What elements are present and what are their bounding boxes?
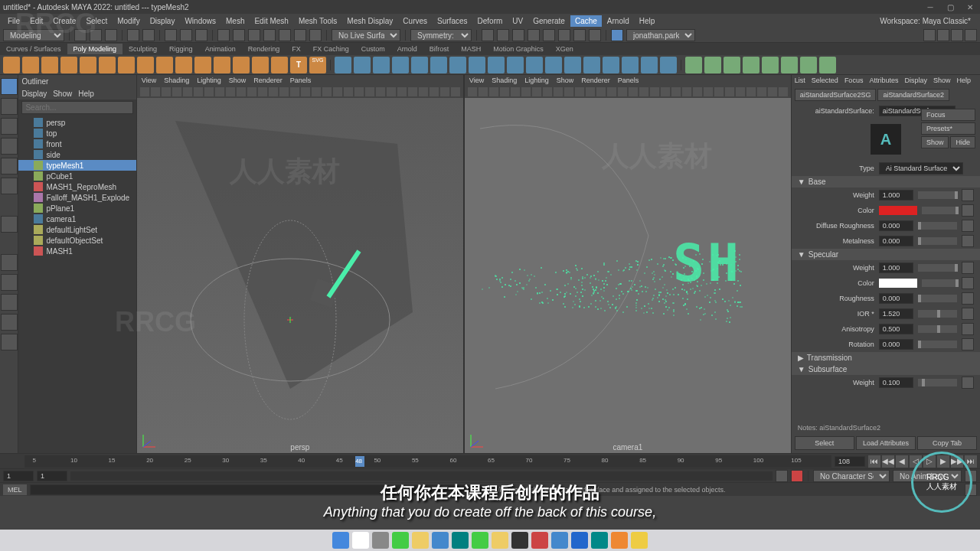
rotation[interactable]: [879, 339, 913, 350]
vp-toolbar-icon[interactable]: [714, 87, 724, 96]
aniso-slider[interactable]: [918, 325, 957, 333]
shelf-tab-arnold[interactable]: Arnold: [391, 44, 423, 54]
vp-toolbar-icon[interactable]: [489, 87, 498, 96]
close-button[interactable]: ✕: [960, 0, 980, 14]
vp-toolbar-icon[interactable]: [387, 87, 396, 96]
sculpt8-icon[interactable]: [819, 57, 836, 73]
map-icon10[interactable]: [962, 338, 974, 350]
outliner-item-persp[interactable]: persp: [18, 117, 136, 128]
attr-display[interactable]: Display: [904, 77, 927, 84]
vp-toolbar-icon[interactable]: [757, 87, 766, 96]
spec-weight[interactable]: [879, 262, 913, 273]
map-icon5[interactable]: [962, 262, 974, 274]
poly-cylinder-icon[interactable]: [41, 57, 58, 73]
timeline[interactable]: 48 5101520253035404550556065707580859095…: [0, 453, 980, 468]
vp-toolbar-icon[interactable]: [269, 87, 278, 96]
char-set-selector[interactable]: No Character Set: [813, 470, 890, 482]
poly-cone-icon[interactable]: [60, 57, 77, 73]
outliner-item-defaultObjectSet[interactable]: defaultObjectSet: [18, 235, 136, 246]
vp-toolbar-icon[interactable]: [451, 87, 460, 96]
poly-disc-icon[interactable]: [118, 57, 135, 73]
vp-toolbar-icon[interactable]: [322, 87, 332, 96]
workspace-selector[interactable]: Workspace: Maya Classic*: [880, 17, 977, 25]
vp-toolbar-icon[interactable]: [333, 87, 342, 96]
windows-taskbar[interactable]: [0, 530, 980, 551]
save-scene-icon[interactable]: [105, 29, 117, 41]
chrome-icon[interactable]: [631, 532, 648, 549]
poly-platonic-icon[interactable]: [137, 57, 154, 73]
vp-toolbar-icon[interactable]: [479, 87, 488, 96]
open-scene-icon[interactable]: [90, 29, 102, 41]
attr-tab-sg[interactable]: aiStandardSurface2SG: [795, 89, 877, 101]
merge-icon[interactable]: [507, 57, 524, 73]
poly-pyramid-icon[interactable]: [156, 57, 173, 73]
key-icon[interactable]: [791, 470, 803, 482]
multi-cut-icon[interactable]: [622, 57, 639, 73]
spec-roughness[interactable]: [879, 293, 913, 304]
vp-toolbar-icon[interactable]: [639, 87, 648, 96]
subsurface-section[interactable]: ▼ Subsurface: [792, 364, 980, 375]
vp-toolbar-icon[interactable]: [301, 87, 310, 96]
extrude-icon[interactable]: [488, 57, 505, 73]
menu-uv[interactable]: UV: [508, 15, 528, 27]
vp2-view[interactable]: View: [469, 77, 484, 84]
vp-shading[interactable]: Shading: [164, 77, 189, 84]
vp-toolbar-icon[interactable]: [682, 87, 691, 96]
attr-focus[interactable]: Focus: [844, 77, 864, 84]
menu-display[interactable]: Display: [145, 15, 180, 27]
scale-tool[interactable]: [1, 178, 18, 194]
combine-icon[interactable]: [335, 57, 351, 73]
shelf-tab-xgen[interactable]: XGen: [550, 44, 580, 54]
ior-slider[interactable]: [918, 310, 957, 318]
outliner-item-side[interactable]: side: [18, 149, 136, 160]
attr-selected[interactable]: Selected: [812, 77, 838, 84]
anisotropy[interactable]: [879, 324, 913, 334]
dr-slider[interactable]: [918, 222, 957, 230]
vp-toolbar-icon[interactable]: [532, 87, 541, 96]
layout-outliner[interactable]: [1, 334, 18, 350]
vp-toolbar-icon[interactable]: [629, 87, 638, 96]
menu-cache[interactable]: Cache: [570, 15, 602, 27]
vp-toolbar-icon[interactable]: [440, 87, 449, 96]
undo-icon[interactable]: [127, 29, 139, 41]
vp-toolbar-icon[interactable]: [258, 87, 267, 96]
rot-slider[interactable]: [918, 341, 957, 348]
sculpt5-icon[interactable]: [762, 57, 779, 73]
vp-toolbar-icon[interactable]: [554, 87, 563, 96]
vp2-panels[interactable]: Panels: [618, 77, 639, 84]
widgets-icon[interactable]: [392, 532, 409, 549]
redo-icon[interactable]: [142, 29, 155, 41]
diffuse-roughness[interactable]: [879, 220, 913, 231]
vp-toolbar-icon[interactable]: [650, 87, 659, 96]
bridge-icon[interactable]: [430, 57, 447, 73]
wechat-icon[interactable]: [472, 532, 488, 549]
menu-generate[interactable]: Generate: [528, 15, 570, 27]
timeline-playhead[interactable]: 48: [355, 456, 364, 467]
vp-toolbar-icon[interactable]: [290, 87, 299, 96]
append-icon[interactable]: [449, 57, 466, 73]
layout-single[interactable]: [1, 254, 18, 271]
vp-toolbar-icon[interactable]: [693, 87, 702, 96]
smooth-icon[interactable]: [392, 57, 409, 73]
vp2-shading[interactable]: Shading: [492, 77, 517, 84]
vp-panels[interactable]: Panels: [290, 77, 312, 84]
vp-toolbar-icon[interactable]: [215, 87, 224, 96]
paint-select-icon[interactable]: [195, 29, 207, 41]
user-selector[interactable]: jonathan.parke: [626, 29, 695, 41]
poly-pipe-icon[interactable]: [194, 57, 211, 73]
poly-cube-icon[interactable]: [22, 57, 39, 73]
live-surface-selector[interactable]: No Live Surface: [332, 29, 400, 41]
map-icon4[interactable]: [962, 235, 974, 247]
presets-button[interactable]: Presets*: [921, 122, 975, 135]
vp-toolbar-icon[interactable]: [468, 87, 477, 96]
mel-label[interactable]: MEL: [3, 484, 27, 495]
poly-prism-icon[interactable]: [175, 57, 192, 73]
attr-help[interactable]: Help: [956, 77, 971, 84]
svg-icon[interactable]: SVG: [309, 57, 326, 73]
select-tool[interactable]: [1, 78, 18, 95]
poly-type-icon[interactable]: T: [290, 57, 307, 73]
map-icon2[interactable]: [962, 204, 974, 217]
vp-toolbar-icon[interactable]: [575, 87, 584, 96]
vp-toolbar-icon[interactable]: [162, 87, 171, 96]
menu-deform[interactable]: Deform: [473, 15, 508, 27]
